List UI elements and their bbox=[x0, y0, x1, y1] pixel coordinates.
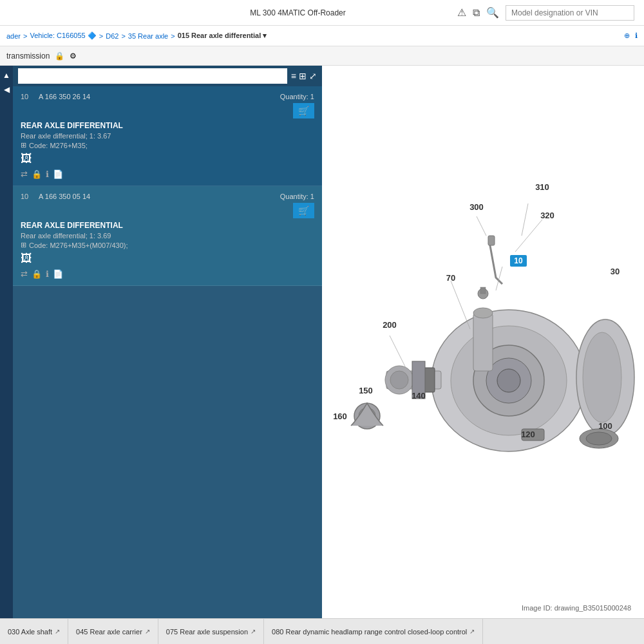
part-1-doc-icon[interactable]: 📄 bbox=[53, 169, 63, 179]
top-bar: ML 300 4MATIC Off-Roader ⚠ ⧉ 🔍 bbox=[0, 0, 644, 26]
label-200: 200 bbox=[383, 320, 397, 330]
part-1-info-icon[interactable]: ℹ bbox=[46, 169, 49, 179]
part-2-refresh-icon[interactable]: ⇄ bbox=[21, 269, 28, 279]
part-2-code: A 166 350 05 14 bbox=[39, 193, 90, 200]
part-1-refresh-icon[interactable]: ⇄ bbox=[21, 169, 28, 179]
part-2-header: 10 A 166 350 05 14 Quantity: 1 🛒 bbox=[21, 193, 314, 218]
tab-axle-carrier-icon: ↗ bbox=[145, 628, 150, 635]
part-2-info-icon[interactable]: ℹ bbox=[46, 269, 49, 279]
part-2-name: REAR AXLE DIFFERENTIAL bbox=[21, 221, 314, 230]
svg-rect-22 bbox=[488, 236, 495, 245]
label-160: 160 bbox=[333, 412, 347, 421]
part-2-codes: ⊞ Code: M276+M35+(M007/430); bbox=[21, 241, 314, 249]
svg-point-13 bbox=[390, 371, 408, 389]
label-30: 30 bbox=[611, 267, 620, 276]
tab-axle-suspension-icon: ↗ bbox=[251, 628, 256, 635]
part-1-codes: ⊞ Code: M276+M35; bbox=[21, 141, 314, 149]
part-item-1[interactable]: 10 A 166 350 26 14 Quantity: 1 🛒 REAR AX… bbox=[13, 86, 322, 186]
app-container: ML 300 4MATIC Off-Roader ⚠ ⧉ 🔍 ader > Ve… bbox=[0, 0, 644, 644]
label-120: 120 bbox=[521, 430, 535, 439]
nav-collapse-icon[interactable]: ▲ bbox=[3, 71, 10, 80]
search-icon[interactable]: 🔍 bbox=[486, 6, 499, 19]
breadcrumb: ader > Vehicle: C166055 🔷 > D62 > 35 Rea… bbox=[0, 26, 644, 46]
svg-line-27 bbox=[390, 336, 406, 368]
panel-search-input[interactable] bbox=[18, 68, 287, 84]
diagram-area: 10 30 70 100 120 140 150 160 bbox=[322, 66, 644, 618]
svg-line-29 bbox=[522, 204, 528, 236]
top-bar-right: ⚠ ⧉ 🔍 bbox=[457, 5, 634, 21]
breadcrumb-current: 015 Rear axle differential ▾ bbox=[178, 32, 267, 40]
bottom-tabs: 030 Axle shaft ↗ 045 Rear axle carrier ↗… bbox=[0, 618, 644, 644]
parts-list: 10 A 166 350 26 14 Quantity: 1 🛒 REAR AX… bbox=[13, 86, 322, 618]
part-2-cart-button[interactable]: 🛒 bbox=[293, 203, 314, 218]
toolbar-icon-1[interactable]: 🔒 bbox=[55, 52, 64, 61]
part-2-lock-icon[interactable]: 🔒 bbox=[32, 269, 42, 279]
image-id-label: Image ID: drawing_B35015000248 bbox=[522, 604, 631, 612]
label-300: 300 bbox=[469, 202, 484, 212]
part-1-lock-icon[interactable]: 🔒 bbox=[32, 169, 42, 179]
tab-headlamp-icon: ↗ bbox=[469, 628, 475, 635]
label-140: 140 bbox=[412, 391, 426, 401]
part-2-quantity: Quantity: 1 bbox=[280, 193, 314, 200]
bottom-tab-axle-shaft[interactable]: 030 Axle shaft ↗ bbox=[0, 619, 68, 644]
breadcrumb-item-1[interactable]: ader bbox=[6, 32, 21, 40]
toolbar-icon-2[interactable]: ⚙ bbox=[70, 52, 77, 61]
label-100: 100 bbox=[598, 421, 612, 431]
part-2-doc-icon[interactable]: 📄 bbox=[53, 269, 63, 279]
part-1-quantity: Quantity: 1 bbox=[280, 93, 314, 100]
svg-rect-8 bbox=[480, 287, 486, 294]
bottom-tab-axle-suspension[interactable]: 075 Rear axle suspension ↗ bbox=[158, 619, 264, 644]
panel-list-icon[interactable]: ≡ bbox=[291, 71, 296, 81]
svg-line-30 bbox=[515, 220, 542, 252]
right-panel: 10 30 70 100 120 140 150 160 bbox=[322, 66, 644, 618]
breadcrumb-item-4[interactable]: 35 Rear axle bbox=[128, 32, 168, 40]
part-2-thumb: 🖼 bbox=[21, 252, 314, 265]
part-1-code: A 166 350 26 14 bbox=[39, 93, 90, 100]
panel-grid-icon[interactable]: ⊞ bbox=[299, 71, 307, 81]
bottom-tab-axle-carrier[interactable]: 045 Rear axle carrier ↗ bbox=[68, 619, 158, 644]
main-content: ▲ ◀ ≡ ⊞ ⤢ bbox=[0, 66, 644, 618]
tab-axle-carrier-label: 045 Rear axle carrier bbox=[76, 628, 142, 636]
panel-expand-icon[interactable]: ⤢ bbox=[309, 71, 317, 81]
breadcrumb-item-3[interactable]: D62 bbox=[106, 32, 118, 40]
svg-line-28 bbox=[477, 216, 486, 236]
part-2-pos: 10 bbox=[21, 193, 33, 200]
svg-point-4 bbox=[497, 369, 520, 392]
breadcrumb-item-2[interactable]: Vehicle: C166055 🔷 bbox=[30, 32, 96, 40]
part-2-desc: Rear axle differential; 1: 3.69 bbox=[21, 232, 314, 240]
tab-axle-shaft-icon: ↗ bbox=[55, 628, 60, 635]
part-1-codes-text: Code: M276+M35; bbox=[29, 142, 88, 149]
tab-axle-shaft-label: 030 Axle shaft bbox=[8, 628, 52, 636]
parts-diagram: 10 30 70 100 120 140 150 160 bbox=[322, 66, 644, 618]
panel-header: ≡ ⊞ ⤢ bbox=[13, 66, 322, 86]
part-1-thumb: 🖼 bbox=[21, 152, 314, 166]
nav-arrow-icon[interactable]: ◀ bbox=[4, 85, 10, 94]
tab-headlamp-label: 080 Rear dynamic headlamp range control … bbox=[272, 628, 467, 636]
svg-rect-5 bbox=[473, 313, 493, 371]
zoom-icon[interactable]: ⊕ bbox=[624, 32, 630, 40]
search-input[interactable] bbox=[506, 5, 634, 21]
label-150: 150 bbox=[359, 386, 373, 395]
copy-icon[interactable]: ⧉ bbox=[473, 7, 480, 19]
label-10: 10 bbox=[514, 256, 523, 265]
warning-icon[interactable]: ⚠ bbox=[457, 6, 466, 19]
part-2-actions: ⇄ 🔒 ℹ 📄 bbox=[21, 269, 314, 279]
bottom-tab-headlamp[interactable]: 080 Rear dynamic headlamp range control … bbox=[264, 619, 483, 644]
grid-icon-small: ⊞ bbox=[21, 141, 26, 149]
toolbar-transmission-label: transmission bbox=[6, 52, 50, 61]
app-title: ML 300 4MATIC Off-Roader bbox=[138, 8, 457, 17]
part-1-name: REAR AXLE DIFFERENTIAL bbox=[21, 121, 314, 130]
panel-icon-group: ≡ ⊞ ⤢ bbox=[291, 71, 317, 81]
part-1-desc: Rear axle differential; 1: 3.67 bbox=[21, 132, 314, 140]
part-1-pos: 10 bbox=[21, 93, 33, 100]
part-1-header: 10 A 166 350 26 14 Quantity: 1 🛒 bbox=[21, 93, 314, 118]
part-item-2[interactable]: 10 A 166 350 05 14 Quantity: 1 🛒 REAR AX… bbox=[13, 186, 322, 286]
left-panel: ≡ ⊞ ⤢ 10 A 166 350 26 14 bbox=[13, 66, 322, 618]
svg-point-6 bbox=[473, 308, 493, 318]
label-310: 310 bbox=[535, 182, 549, 192]
grid-icon-small-2: ⊞ bbox=[21, 241, 26, 249]
left-wrapper: ▲ ◀ ≡ ⊞ ⤢ bbox=[0, 66, 322, 618]
info-icon[interactable]: ℹ bbox=[635, 32, 638, 40]
part-1-actions: ⇄ 🔒 ℹ 📄 bbox=[21, 169, 314, 179]
part-1-cart-button[interactable]: 🛒 bbox=[293, 103, 314, 118]
